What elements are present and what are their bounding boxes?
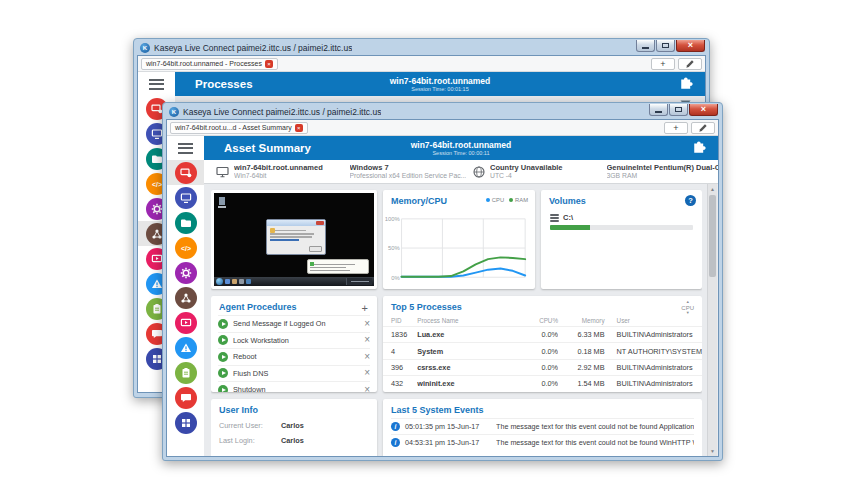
chat-icon	[175, 387, 197, 409]
ytick-0: 0%	[391, 275, 399, 281]
sidebar-item-apps[interactable]	[167, 410, 204, 435]
run-procedure-icon[interactable]	[218, 368, 228, 378]
sort-control[interactable]: ▲ CPU ▼	[681, 300, 694, 316]
plugins-button[interactable]	[692, 141, 718, 155]
procedure-row[interactable]: Reboot ×	[218, 348, 370, 365]
volume-usage-bar	[550, 225, 693, 230]
remove-procedure-icon[interactable]: ×	[364, 368, 370, 378]
sidebar-item-files[interactable]	[167, 210, 204, 235]
info-subtitle: Win7-64bit	[234, 172, 323, 180]
run-procedure-icon[interactable]	[218, 352, 228, 362]
tab-label: win7-64bit.root.unnamed - Processes	[146, 60, 262, 67]
minimize-button[interactable]	[649, 104, 668, 116]
sidebar-item-remote-control[interactable]	[167, 160, 204, 185]
minimize-icon	[642, 47, 649, 49]
sidebar-item-tasks[interactable]	[167, 360, 204, 385]
pencil-icon	[685, 59, 695, 69]
remove-procedure-icon[interactable]: ×	[364, 385, 370, 392]
alert-triangle-icon	[175, 337, 197, 359]
dialog-close-icon	[316, 221, 324, 225]
add-procedure-button[interactable]: +	[362, 299, 377, 313]
legend-label-ram: RAM	[515, 197, 528, 203]
column-header[interactable]: CPU%	[523, 316, 558, 327]
procedure-row[interactable]: Lock Workstation ×	[218, 332, 370, 349]
procedure-label: Flush DNS	[233, 369, 359, 378]
tab-asset-summary[interactable]: win7-64bit.root.u...d - Asset Summary ×	[170, 122, 308, 134]
cell-pid: 396	[383, 359, 417, 375]
titlebar[interactable]: K Kaseya Live Connect paimei2.ittc.us / …	[137, 39, 706, 55]
maximize-button[interactable]	[656, 40, 675, 52]
sort-up-icon[interactable]: ▲	[686, 300, 690, 305]
field-label: Current User:	[219, 421, 281, 430]
tab-close-icon[interactable]: ×	[295, 124, 303, 132]
sort-down-icon[interactable]: ▼	[686, 311, 690, 316]
page-header: Asset Summary win7-64bit.root.unnamed Se…	[204, 136, 718, 160]
run-procedure-icon[interactable]	[218, 385, 228, 392]
memory-cpu-panel: Memory/CPU CPU RAM	[383, 190, 535, 289]
cell-pid: 1836	[383, 327, 417, 343]
minimize-button[interactable]	[636, 40, 655, 52]
page-title: Processes	[175, 78, 253, 90]
sidebar-item-desktop[interactable]	[167, 185, 204, 210]
sidebar-item-command-shell[interactable]: </>	[167, 235, 204, 260]
kaseya-logo-icon: K	[140, 43, 150, 53]
scroll-down-icon[interactable]: ▼	[708, 446, 717, 456]
column-header[interactable]: PID	[383, 316, 417, 327]
ytick-50: 50%	[388, 245, 400, 251]
info-cpu: GenuineIntel Pentium(R) Dual-Core C...3G…	[590, 163, 719, 180]
vertical-scrollbar[interactable]: ▲ ▼	[707, 184, 717, 456]
tab-processes[interactable]: win7-64bit.root.unnamed - Processes ×	[141, 58, 278, 70]
remote-desktop-preview[interactable]	[211, 190, 377, 289]
maximize-icon	[662, 43, 669, 48]
tab-close-icon[interactable]: ×	[265, 60, 273, 68]
info-subtitle: Professional x64 Edition Service Pac...	[350, 172, 467, 180]
cell-user: BUILTIN\Administrators	[605, 359, 702, 375]
sidebar-item-screen-share[interactable]	[167, 310, 204, 335]
maximize-button[interactable]	[669, 104, 688, 116]
close-button[interactable]: ×	[689, 104, 718, 116]
minimize-icon	[655, 111, 662, 113]
edit-button[interactable]	[691, 122, 715, 134]
remove-procedure-icon[interactable]: ×	[364, 352, 370, 362]
info-title: Country Unavailable	[490, 163, 563, 172]
info-subtitle: UTC -4	[490, 172, 563, 180]
procedure-row[interactable]: Flush DNS ×	[218, 365, 370, 382]
procedure-row[interactable]: Shutdown ×	[218, 381, 370, 392]
menu-button[interactable]	[167, 136, 204, 160]
table-row: 432 wininit.exe 0.0% 1.54 MB BUILTIN\Adm…	[383, 376, 702, 392]
monitor-icon	[216, 166, 229, 178]
cell-user: BUILTIN\Administrators	[605, 327, 702, 343]
sidebar-item-processes[interactable]	[167, 285, 204, 310]
recycle-bin-icon	[219, 197, 225, 205]
asset-summary-window: K Kaseya Live Connect paimei2.ittc.us / …	[162, 102, 723, 461]
close-button[interactable]: ×	[676, 40, 705, 52]
scrollbar-thumb[interactable]	[709, 195, 716, 277]
help-button[interactable]: ?	[685, 195, 696, 206]
machine-name: win7-64bit.root.unnamed	[175, 77, 705, 86]
scroll-up-icon[interactable]: ▲	[708, 184, 717, 194]
add-tab-button[interactable]: +	[651, 58, 675, 70]
run-procedure-icon[interactable]	[218, 335, 228, 345]
remote-control-icon	[175, 162, 197, 184]
column-header[interactable]: Process Name	[417, 316, 523, 327]
remove-procedure-icon[interactable]: ×	[364, 335, 370, 345]
edit-button[interactable]	[678, 58, 702, 70]
user-info-row: Current User: Carlos	[211, 418, 377, 433]
add-tab-button[interactable]: +	[664, 122, 688, 134]
apps-grid-icon	[175, 412, 197, 434]
sidebar-item-chat[interactable]	[167, 385, 204, 410]
procedure-row[interactable]: Send Message if Logged On ×	[218, 315, 370, 332]
menu-button[interactable]	[138, 72, 175, 96]
column-header[interactable]: User	[605, 316, 702, 327]
remove-procedure-icon[interactable]: ×	[364, 319, 370, 329]
tab-bar: win7-64bit.root.unnamed - Processes × +	[138, 56, 705, 72]
sidebar-item-alerts[interactable]	[167, 335, 204, 360]
info-title: win7-64bit.root.unnamed	[234, 163, 323, 172]
sidebar-item-settings[interactable]	[167, 260, 204, 285]
run-procedure-icon[interactable]	[218, 319, 228, 329]
column-header[interactable]: Memory	[558, 316, 605, 327]
titlebar[interactable]: K Kaseya Live Connect paimei2.ittc.us / …	[166, 103, 719, 119]
plugins-button[interactable]	[679, 77, 705, 91]
ram-legend-dot	[509, 198, 513, 202]
info-title: GenuineIntel Pentium(R) Dual-Core C...	[607, 163, 720, 172]
